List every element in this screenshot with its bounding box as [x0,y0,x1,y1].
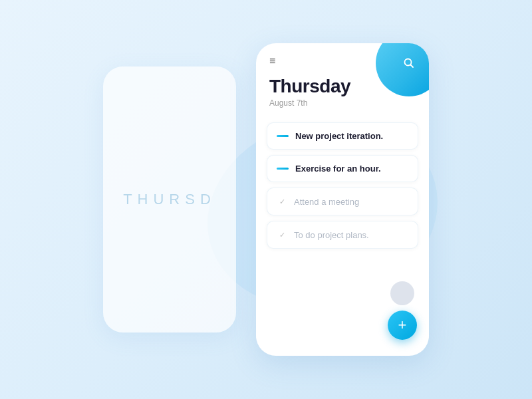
phone-right: ≡ Thursday August 7th New project iterat… [256,43,429,356]
day-subtitle: August 7th [269,98,416,108]
task-text: Exercise for an hour. [295,164,381,174]
svg-line-1 [411,65,414,68]
task-check-icon [277,196,287,207]
search-icon[interactable] [404,58,414,71]
fab-add-button[interactable]: + [388,311,417,340]
task-list: New project iteration. Exercise for an h… [256,114,429,261]
task-item[interactable]: New project iteration. [267,122,418,150]
task-item[interactable]: Attend a meeting [267,188,418,215]
task-item[interactable]: Exercise for an hour. [267,155,418,182]
task-item[interactable]: To do project plans. [267,221,418,249]
menu-icon[interactable]: ≡ [269,56,275,66]
fab-secondary-button[interactable] [390,281,414,305]
task-active-indicator [277,135,289,137]
fab-area: + [388,281,417,340]
phones-container: Thursd ≡ Thursday August 7th New project… [103,43,429,356]
task-text: To do project plans. [294,230,369,240]
task-text: Attend a meeting [294,197,359,207]
phone-left: Thursd [103,66,236,332]
ghost-day-text: Thursd [123,191,216,208]
task-text: New project iteration. [295,131,383,141]
task-active-indicator [277,168,289,170]
task-check-icon [277,229,287,240]
